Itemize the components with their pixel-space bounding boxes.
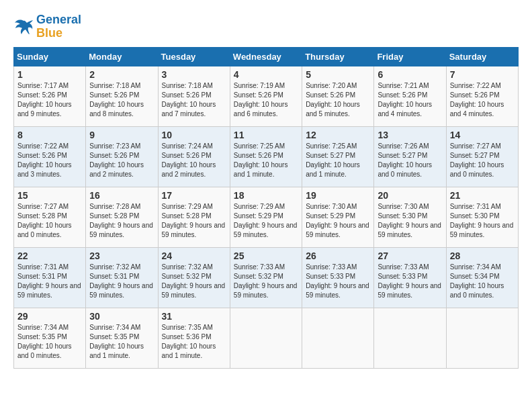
calendar-cell: 17 Sunrise: 7:29 AMSunset: 5:28 PMDaylig…	[158, 187, 230, 247]
day-number: 11	[234, 130, 298, 140]
calendar-cell: 19 Sunrise: 7:30 AMSunset: 5:29 PMDaylig…	[302, 187, 374, 247]
calendar-cell: 7 Sunrise: 7:22 AMSunset: 5:26 PMDayligh…	[446, 66, 518, 126]
header-friday: Friday	[374, 47, 446, 66]
day-info: Sunrise: 7:26 AMSunset: 5:27 PMDaylight:…	[378, 142, 432, 178]
calendar-cell: 31 Sunrise: 7:35 AMSunset: 5:36 PMDaylig…	[158, 308, 230, 368]
calendar-cell	[230, 308, 302, 368]
day-number: 5	[306, 69, 370, 80]
day-number: 14	[450, 130, 515, 140]
header-monday: Monday	[86, 47, 158, 66]
day-number: 25	[234, 250, 298, 261]
day-number: 12	[306, 130, 370, 140]
day-number: 22	[17, 250, 82, 261]
day-info: Sunrise: 7:22 AMSunset: 5:26 PMDaylight:…	[450, 82, 504, 118]
calendar-cell: 16 Sunrise: 7:28 AMSunset: 5:28 PMDaylig…	[86, 187, 158, 247]
calendar-cell: 30 Sunrise: 7:34 AMSunset: 5:35 PMDaylig…	[86, 308, 158, 368]
day-number: 3	[162, 69, 226, 80]
day-info: Sunrise: 7:29 AMSunset: 5:28 PMDaylight:…	[162, 203, 226, 238]
calendar-cell	[302, 308, 374, 368]
day-info: Sunrise: 7:35 AMSunset: 5:36 PMDaylight:…	[162, 324, 216, 359]
calendar-cell: 18 Sunrise: 7:29 AMSunset: 5:29 PMDaylig…	[230, 187, 302, 247]
page-header: General Blue	[13, 13, 519, 40]
calendar-cell: 13 Sunrise: 7:26 AMSunset: 5:27 PMDaylig…	[374, 126, 446, 187]
day-info: Sunrise: 7:27 AMSunset: 5:27 PMDaylight:…	[450, 142, 504, 178]
calendar-cell	[374, 308, 446, 368]
day-info: Sunrise: 7:32 AMSunset: 5:31 PMDaylight:…	[89, 263, 153, 299]
calendar-cell: 8 Sunrise: 7:22 AMSunset: 5:26 PMDayligh…	[14, 126, 86, 187]
header-tuesday: Tuesday	[158, 47, 230, 66]
day-info: Sunrise: 7:31 AMSunset: 5:30 PMDaylight:…	[450, 203, 514, 238]
day-info: Sunrise: 7:33 AMSunset: 5:33 PMDaylight:…	[378, 263, 441, 299]
day-info: Sunrise: 7:22 AMSunset: 5:26 PMDaylight:…	[17, 142, 72, 178]
calendar-cell: 23 Sunrise: 7:32 AMSunset: 5:31 PMDaylig…	[86, 247, 158, 308]
day-number: 30	[89, 311, 154, 322]
day-number: 9	[89, 130, 154, 140]
header-wednesday: Wednesday	[230, 47, 302, 66]
day-info: Sunrise: 7:27 AMSunset: 5:28 PMDaylight:…	[17, 203, 72, 238]
day-info: Sunrise: 7:33 AMSunset: 5:33 PMDaylight:…	[306, 263, 369, 299]
header-thursday: Thursday	[302, 47, 374, 66]
calendar-cell: 3 Sunrise: 7:18 AMSunset: 5:26 PMDayligh…	[158, 66, 230, 126]
day-number: 4	[234, 69, 298, 80]
day-info: Sunrise: 7:21 AMSunset: 5:26 PMDaylight:…	[378, 82, 432, 118]
calendar-cell: 28 Sunrise: 7:34 AMSunset: 5:34 PMDaylig…	[446, 247, 518, 308]
day-number: 10	[162, 130, 226, 140]
day-info: Sunrise: 7:28 AMSunset: 5:28 PMDaylight:…	[89, 203, 153, 238]
day-info: Sunrise: 7:34 AMSunset: 5:35 PMDaylight:…	[17, 324, 72, 359]
day-number: 13	[378, 130, 442, 140]
calendar-cell: 4 Sunrise: 7:19 AMSunset: 5:26 PMDayligh…	[230, 66, 302, 126]
day-info: Sunrise: 7:25 AMSunset: 5:27 PMDaylight:…	[306, 142, 360, 178]
calendar-cell: 9 Sunrise: 7:23 AMSunset: 5:26 PMDayligh…	[86, 126, 158, 187]
day-info: Sunrise: 7:30 AMSunset: 5:29 PMDaylight:…	[306, 203, 369, 238]
day-number: 23	[89, 250, 154, 261]
day-info: Sunrise: 7:34 AMSunset: 5:34 PMDaylight:…	[450, 263, 504, 299]
calendar-cell: 1 Sunrise: 7:17 AMSunset: 5:26 PMDayligh…	[14, 66, 86, 126]
logo-text: General Blue	[36, 13, 81, 40]
calendar-cell: 20 Sunrise: 7:30 AMSunset: 5:30 PMDaylig…	[374, 187, 446, 247]
logo-bird-icon	[13, 17, 34, 36]
calendar-cell: 6 Sunrise: 7:21 AMSunset: 5:26 PMDayligh…	[374, 66, 446, 126]
calendar-cell: 26 Sunrise: 7:33 AMSunset: 5:33 PMDaylig…	[302, 247, 374, 308]
day-number: 26	[306, 250, 370, 261]
day-info: Sunrise: 7:23 AMSunset: 5:26 PMDaylight:…	[89, 142, 144, 178]
calendar-cell: 2 Sunrise: 7:18 AMSunset: 5:26 PMDayligh…	[86, 66, 158, 126]
calendar-cell: 22 Sunrise: 7:31 AMSunset: 5:31 PMDaylig…	[14, 247, 86, 308]
day-info: Sunrise: 7:25 AMSunset: 5:26 PMDaylight:…	[234, 142, 288, 178]
calendar-cell: 27 Sunrise: 7:33 AMSunset: 5:33 PMDaylig…	[374, 247, 446, 308]
day-info: Sunrise: 7:24 AMSunset: 5:26 PMDaylight:…	[162, 142, 216, 178]
day-number: 18	[234, 190, 298, 201]
day-number: 17	[162, 190, 226, 201]
header-saturday: Saturday	[446, 47, 518, 66]
day-info: Sunrise: 7:33 AMSunset: 5:32 PMDaylight:…	[234, 263, 298, 299]
calendar-cell: 24 Sunrise: 7:32 AMSunset: 5:32 PMDaylig…	[158, 247, 230, 308]
day-number: 7	[450, 69, 515, 80]
day-info: Sunrise: 7:30 AMSunset: 5:30 PMDaylight:…	[378, 203, 441, 238]
header-sunday: Sunday	[14, 47, 86, 66]
day-number: 16	[89, 190, 154, 201]
day-info: Sunrise: 7:31 AMSunset: 5:31 PMDaylight:…	[17, 263, 81, 299]
day-info: Sunrise: 7:19 AMSunset: 5:26 PMDaylight:…	[234, 82, 288, 118]
day-info: Sunrise: 7:18 AMSunset: 5:26 PMDaylight:…	[162, 82, 216, 118]
day-number: 29	[17, 311, 82, 322]
calendar-cell: 11 Sunrise: 7:25 AMSunset: 5:26 PMDaylig…	[230, 126, 302, 187]
day-number: 1	[17, 69, 82, 80]
day-info: Sunrise: 7:20 AMSunset: 5:26 PMDaylight:…	[306, 82, 360, 118]
header-row: SundayMondayTuesdayWednesdayThursdayFrid…	[14, 47, 519, 66]
calendar-cell: 5 Sunrise: 7:20 AMSunset: 5:26 PMDayligh…	[302, 66, 374, 126]
week-row-5: 29 Sunrise: 7:34 AMSunset: 5:35 PMDaylig…	[14, 308, 519, 368]
day-number: 20	[378, 190, 442, 201]
calendar-cell: 21 Sunrise: 7:31 AMSunset: 5:30 PMDaylig…	[446, 187, 518, 247]
day-number: 31	[162, 311, 226, 322]
calendar-cell	[446, 308, 518, 368]
calendar-cell: 10 Sunrise: 7:24 AMSunset: 5:26 PMDaylig…	[158, 126, 230, 187]
day-number: 27	[378, 250, 442, 261]
day-info: Sunrise: 7:18 AMSunset: 5:26 PMDaylight:…	[89, 82, 144, 118]
week-row-1: 1 Sunrise: 7:17 AMSunset: 5:26 PMDayligh…	[14, 66, 519, 126]
day-number: 2	[89, 69, 154, 80]
day-number: 6	[378, 69, 442, 80]
day-info: Sunrise: 7:34 AMSunset: 5:35 PMDaylight:…	[89, 324, 144, 359]
week-row-2: 8 Sunrise: 7:22 AMSunset: 5:26 PMDayligh…	[14, 126, 519, 187]
day-number: 24	[162, 250, 226, 261]
calendar-cell: 15 Sunrise: 7:27 AMSunset: 5:28 PMDaylig…	[14, 187, 86, 247]
logo: General Blue	[13, 13, 81, 40]
